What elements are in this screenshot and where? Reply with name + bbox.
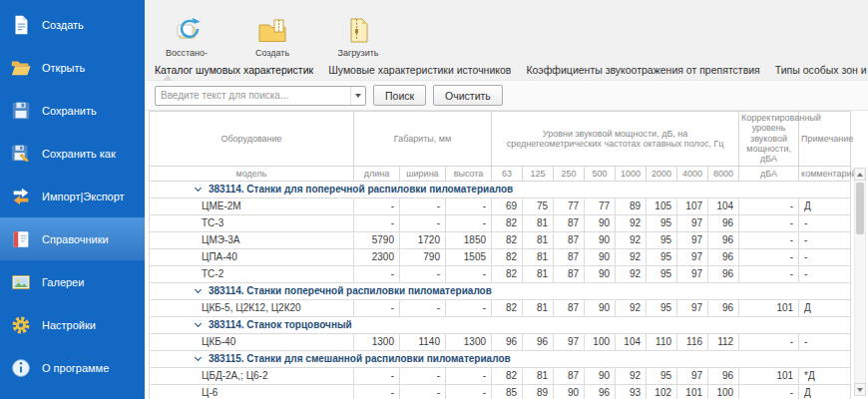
- equipment-row[interactable]: ЦПА-40230079015058281879092959796--: [150, 248, 851, 265]
- model-cell: Ц-6: [150, 384, 354, 399]
- sidebar-item-label: Открыть: [42, 62, 85, 74]
- sidebar-item-import-export[interactable]: Импорт|Экспорт: [0, 175, 145, 217]
- group-header-row[interactable]: 383114. Станок торцовочный: [150, 316, 851, 333]
- sidebar-item-about[interactable]: О программе: [0, 346, 145, 389]
- value-cell: 104: [708, 198, 739, 214]
- value-cell: 96: [708, 299, 739, 316]
- search-button[interactable]: Поиск: [373, 85, 426, 106]
- value-cell: 90: [585, 299, 616, 316]
- value-cell: -: [446, 367, 492, 384]
- sidebar-item-label: Настройки: [42, 319, 96, 331]
- value-cell: 81: [523, 248, 554, 265]
- value-cell: 82: [492, 265, 523, 282]
- gallery-icon: [9, 270, 33, 294]
- value-cell: 75: [523, 198, 554, 214]
- equipment-row[interactable]: ЦМЭ-3А5790172018508281879092959796--: [150, 231, 851, 248]
- dba-cell: -: [739, 265, 799, 282]
- tab-special-zones[interactable]: Типы особых зон и границ: [775, 64, 868, 76]
- equipment-row[interactable]: ЦБД-2А,; Ц6-2---8281879092959796101*Д: [150, 367, 851, 384]
- equipment-row[interactable]: ТС-2---8281879092959796--: [150, 265, 851, 282]
- value-cell: 1720: [400, 231, 446, 248]
- scroll-down-button[interactable]: [854, 383, 866, 396]
- subcol-2000: 2000: [647, 166, 677, 181]
- sidebar-item-references[interactable]: Справочники: [0, 217, 145, 260]
- tab-noise-catalog[interactable]: Каталог шумовых характеристик: [155, 64, 313, 76]
- value-cell: -: [354, 214, 400, 231]
- value-cell: 102: [647, 384, 677, 399]
- value-cell: 96: [585, 384, 616, 399]
- comment-cell: Д: [799, 384, 851, 399]
- model-cell: ТС-3: [150, 214, 354, 231]
- dba-cell: -: [739, 248, 799, 265]
- value-cell: 105: [647, 198, 677, 214]
- comment-cell: -: [799, 333, 851, 350]
- value-cell: 82: [492, 367, 523, 384]
- value-cell: 90: [585, 367, 616, 384]
- tab-reflection-coefficients[interactable]: Коэффициенты звукоотражения от препятств…: [526, 64, 759, 76]
- equipment-row[interactable]: ЦМЕ-2М---6975777789105107104-Д: [150, 198, 851, 214]
- chevron-down-icon[interactable]: [195, 286, 202, 293]
- vertical-scrollbar[interactable]: [854, 168, 866, 396]
- value-cell: -: [400, 265, 446, 282]
- value-cell: 110: [647, 333, 677, 350]
- triangle-down-icon: [857, 388, 863, 392]
- group-header-row[interactable]: 383114. Станки поперечной распиловки пил…: [150, 282, 851, 299]
- subcol-1000: 1000: [616, 166, 647, 181]
- equipment-row[interactable]: ЦКБ-40130011401300969697100104110116112-…: [150, 333, 851, 350]
- sidebar-item-settings[interactable]: Настройки: [0, 303, 145, 346]
- sidebar-item-label: О программе: [42, 362, 109, 374]
- value-cell: -: [400, 384, 446, 399]
- save-as-icon: [9, 142, 33, 166]
- dba-cell: -: [739, 214, 799, 231]
- value-cell: 90: [585, 248, 616, 265]
- value-cell: 81: [523, 214, 554, 231]
- value-cell: 90: [585, 231, 616, 248]
- table-header: Оборудование Габариты, мм Уровни звуково…: [150, 112, 851, 182]
- dba-cell: -: [739, 333, 799, 350]
- sidebar-item-create[interactable]: Создать: [0, 3, 145, 46]
- equipment-row[interactable]: ЦКБ-5, Ц2К12, Ц2К20---828187909295979610…: [150, 299, 851, 316]
- scrollbar-track[interactable]: [854, 181, 866, 383]
- app-window: Создать Открыть Сохранить Сохранить как: [0, 0, 868, 399]
- group-header-row[interactable]: 383115. Станки для смешанной распиловки …: [150, 350, 851, 367]
- value-cell: 82: [492, 231, 523, 248]
- sidebar-item-open[interactable]: Открыть: [0, 46, 145, 89]
- col-dimensions: Габариты, мм: [354, 112, 492, 167]
- model-cell: ЦПА-40: [150, 248, 354, 265]
- value-cell: 92: [616, 367, 647, 384]
- value-cell: 95: [647, 367, 677, 384]
- equipment-row[interactable]: Ц-6---8589909693102101100-Д: [150, 384, 851, 399]
- value-cell: -: [400, 299, 446, 316]
- value-cell: 100: [585, 333, 616, 350]
- subcol-125: 125: [523, 166, 554, 181]
- value-cell: 90: [554, 384, 585, 399]
- value-cell: 97: [677, 214, 708, 231]
- triangle-up-icon: [857, 173, 863, 177]
- value-cell: 87: [554, 214, 585, 231]
- sidebar-item-save[interactable]: Сохранить: [0, 89, 145, 132]
- scroll-up-button[interactable]: [854, 168, 866, 181]
- model-cell: ЦКБ-40: [150, 333, 354, 350]
- search-input[interactable]: [156, 90, 350, 101]
- value-cell: -: [354, 299, 400, 316]
- tab-noise-sources[interactable]: Шумовые характеристики источников: [328, 64, 511, 76]
- new-document-icon: [9, 13, 33, 37]
- subcol-500: 500: [585, 166, 616, 181]
- sidebar-item-save-as[interactable]: Сохранить как: [0, 132, 145, 175]
- chevron-down-icon[interactable]: [195, 320, 202, 327]
- value-cell: -: [400, 214, 446, 231]
- comment-cell: -: [799, 265, 851, 282]
- value-cell: 96: [708, 214, 739, 231]
- chevron-down-icon[interactable]: [195, 185, 202, 192]
- sidebar-item-galleries[interactable]: Галереи: [0, 260, 145, 303]
- scrollbar-thumb[interactable]: [856, 183, 864, 234]
- search-dropdown-button[interactable]: [350, 87, 365, 105]
- clear-button[interactable]: Очистить: [433, 85, 503, 106]
- sidebar-item-label: Галереи: [42, 276, 84, 288]
- chevron-down-icon[interactable]: [195, 354, 202, 361]
- subcol-width: ширина: [400, 166, 446, 181]
- group-header-row[interactable]: 383114. Станки для поперечной распиловки…: [150, 181, 851, 198]
- value-cell: -: [400, 198, 446, 214]
- sidebar-item-label: Создать: [42, 19, 84, 31]
- equipment-row[interactable]: ТС-3---8281879092959796--: [150, 214, 851, 231]
